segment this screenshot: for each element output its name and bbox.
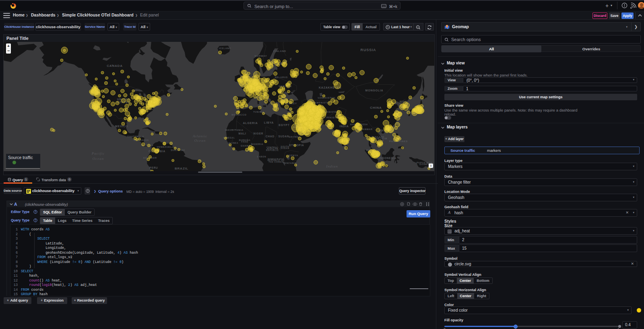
svg-text:NIGERIA: NIGERIA [251,143,264,145]
svg-text:CHAD: CHAD [266,135,275,138]
svg-text:THE CONGO: THE CONGO [268,161,283,163]
svg-text:ALGERIA: ALGERIA [243,122,258,124]
svg-text:Ocean: Ocean [194,139,206,143]
svg-text:LIBYA: LIBYA [264,121,274,124]
svg-text:FINLAND: FINLAND [273,50,286,52]
svg-text:Pacific: Pacific [91,151,105,155]
svg-text:CHINA: CHINA [370,106,382,110]
svg-text:Indian: Indian [326,164,338,168]
svg-text:INDIA: INDIA [339,125,349,128]
svg-text:REPUBLIC: REPUBLIC [266,149,279,151]
svg-text:INDONESIA: INDONESIA [379,157,396,159]
svg-text:MAURITANIA: MAURITANIA [225,129,244,131]
svg-text:BRAZIL: BRAZIL [175,167,188,170]
svg-text:PERU: PERU [149,166,158,169]
svg-text:FASO: FASO [242,141,248,143]
svg-text:SUDAN: SUDAN [281,147,289,149]
svg-text:BELARUS: BELARUS [275,76,288,79]
svg-text:MALI: MALI [238,132,246,135]
svg-text:TANZANIA: TANZANIA [283,162,297,164]
svg-text:VENEZUELA: VENEZUELA [157,146,174,148]
svg-text:EGYPT: EGYPT [279,124,290,126]
svg-text:SUDAN: SUDAN [278,135,289,138]
svg-text:MEXICO: MEXICO [115,125,128,128]
svg-text:Atlantic: Atlantic [192,134,208,138]
svg-text:MOROCCO: MOROCCO [231,114,247,116]
svg-text:ICELAND: ICELAND [219,47,231,50]
svg-text:Ocean: Ocean [93,157,104,161]
svg-text:MONGOLIA: MONGOLIA [365,89,384,92]
svg-text:NIGER: NIGER [254,132,264,135]
svg-text:KENYA: KENYA [289,154,298,157]
svg-text:RUSSIA: RUSSIA [361,48,376,52]
svg-text:CANADA: CANADA [107,64,122,68]
svg-text:NORWAY: NORWAY [254,55,267,57]
svg-text:ETHIOPIA: ETHIOPIA [289,144,304,147]
svg-text:GABON: GABON [257,155,266,158]
